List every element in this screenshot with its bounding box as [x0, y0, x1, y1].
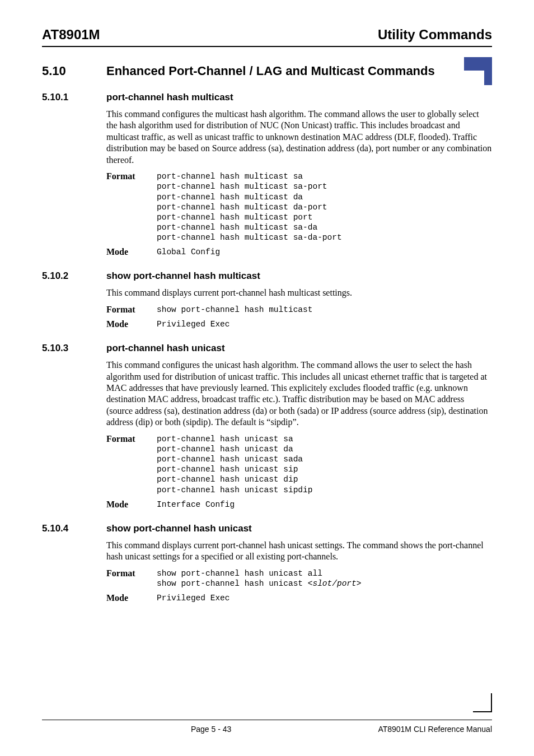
format-row: Format show port-channel hash unicast al… [106, 568, 492, 589]
mode-value: Privileged Exec [157, 319, 230, 329]
header-right: Utility Commands [378, 27, 492, 43]
format-row: Format port-channel hash multicast sa po… [106, 171, 492, 242]
format-value: port-channel hash unicast sa port-channe… [157, 434, 312, 495]
subsection-paragraph: This command displays current port-chann… [106, 287, 492, 298]
subsection-paragraph: This command configures the unicast hash… [106, 360, 492, 428]
mode-label: Mode [106, 593, 157, 603]
subsection-paragraph: This command displays current port-chann… [106, 540, 492, 563]
footer-rule [42, 720, 492, 720]
subsection-number: 5.10.1 [42, 92, 106, 103]
format-label: Format [106, 305, 157, 315]
subsection-paragraph: This command configures the multicast ha… [106, 109, 492, 166]
mode-value: Privileged Exec [157, 593, 230, 603]
section-title: Enhanced Port-Channel / LAG and Multicas… [106, 64, 435, 78]
mode-label: Mode [106, 247, 157, 257]
mode-value: Interface Config [157, 500, 235, 510]
format-value: show port-channel hash unicast all show … [157, 568, 361, 589]
footer-center: Page 5 - 43 [191, 725, 231, 734]
format-value: show port-channel hash multicast [157, 305, 312, 315]
format-row: Format port-channel hash unicast sa port… [106, 434, 492, 495]
subsection-title: port-channel hash multicast [106, 92, 233, 103]
footer-right: AT8901M CLI Reference Manual [378, 725, 492, 734]
subsection-title: port-channel hash unicast [106, 343, 225, 354]
header-rule [42, 46, 492, 47]
subsection-title: show port-channel hash unicast [106, 523, 252, 534]
mode-row: Mode Interface Config [106, 500, 492, 510]
mode-label: Mode [106, 319, 157, 329]
subsection-heading: 5.10.4 show port-channel hash unicast [42, 523, 492, 534]
subsection-title: show port-channel hash multicast [106, 270, 260, 282]
format-value: port-channel hash multicast sa port-chan… [157, 171, 342, 242]
subsection-number: 5.10.2 [42, 270, 106, 282]
mode-label: Mode [106, 500, 157, 510]
format-row: Format show port-channel hash multicast [106, 305, 492, 315]
section-heading: 5.10 Enhanced Port-Channel / LAG and Mul… [42, 64, 492, 78]
section-number: 5.10 [42, 64, 106, 78]
mode-row: Mode Global Config [106, 247, 492, 257]
subsection-heading: 5.10.3 port-channel hash unicast [42, 343, 492, 354]
format-label: Format [106, 568, 157, 589]
header-left: AT8901M [42, 27, 100, 43]
subsection-heading: 5.10.1 port-channel hash multicast [42, 92, 492, 103]
subsection-number: 5.10.3 [42, 343, 106, 354]
subsection-heading: 5.10.2 show port-channel hash multicast [42, 270, 492, 282]
page-header: AT8901M Utility Commands [42, 27, 492, 43]
mode-row: Mode Privileged Exec [106, 593, 492, 603]
mode-value: Global Config [157, 247, 220, 257]
format-value-param: <slot/port> [308, 579, 362, 588]
mode-row: Mode Privileged Exec [106, 319, 492, 329]
format-label: Format [106, 171, 157, 242]
format-value-pre: show port-channel hash unicast all show … [157, 569, 322, 588]
format-label: Format [106, 434, 157, 495]
page-footer: . Page 5 - 43 AT8901M CLI Reference Manu… [42, 720, 492, 734]
subsection-number: 5.10.4 [42, 523, 106, 534]
